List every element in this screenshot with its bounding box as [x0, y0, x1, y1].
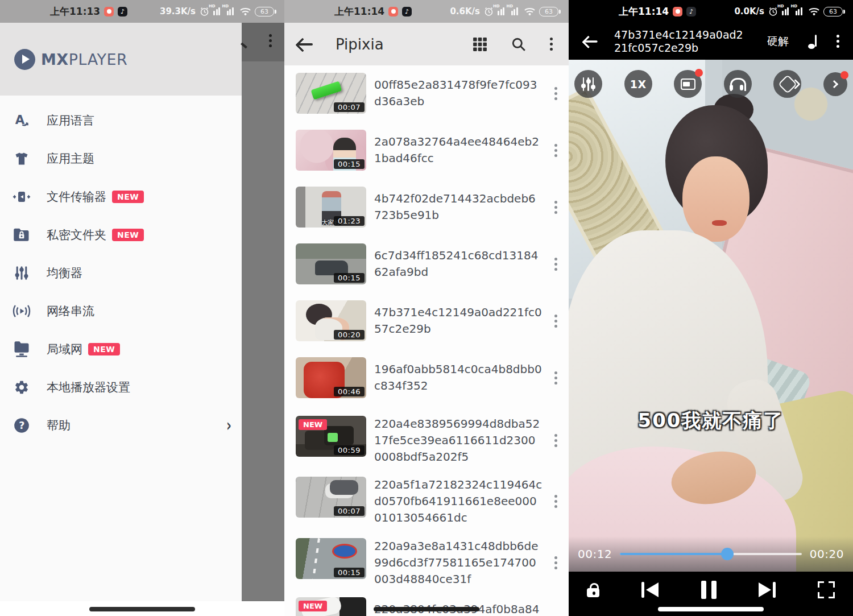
back-button[interactable] — [583, 34, 599, 49]
sim2-signal-icon: HD — [796, 7, 805, 15]
drawer-scrim[interactable] — [242, 23, 284, 602]
rotate-screen-button[interactable] — [773, 70, 801, 98]
clock-text: 上午11:14 — [619, 5, 669, 18]
video-list: 00:07 00ff85e2a831478f9fe7fc093d36a3eb 0… — [284, 65, 569, 616]
private-folder-icon — [10, 228, 33, 242]
item-menu-button[interactable] — [554, 201, 557, 214]
list-item[interactable]: 00:20 47b371e4c12149a0ad221fc057c2e29b — [296, 300, 557, 341]
file-name: 4b742f02de714432acbdeb6723b5e91b — [374, 191, 543, 224]
screen-record-icon — [673, 7, 682, 16]
seek-bar-row: 00:12 00:20 — [569, 536, 853, 572]
sidebar-item-app-language[interactable]: A 应用语言 — [0, 101, 242, 139]
sidebar-item-private-folder[interactable]: 私密文件夹 NEW — [0, 216, 242, 254]
item-menu-button[interactable] — [554, 495, 557, 508]
item-menu-button[interactable] — [554, 258, 557, 271]
file-transfer-icon — [10, 189, 33, 205]
item-menu-button[interactable] — [554, 315, 557, 328]
list-item[interactable]: 00:46 196af0abb5814c0ca4b8dbb0c834f352 — [296, 357, 557, 398]
item-menu-button[interactable] — [554, 434, 557, 447]
file-name: 00ff85e2a831478f9fe7fc093d36a3eb — [374, 77, 543, 110]
video-title: 47b371e4c12149a0ad221fc057c2e29b — [614, 28, 745, 55]
drawer-header: MXPLAYER — [0, 23, 242, 96]
list-item[interactable]: 大家好01:23 4b742f02de714432acbdeb6723b5e91… — [296, 187, 557, 228]
overflow-menu-button[interactable] — [837, 35, 839, 48]
list-item[interactable]: 00:15 220a9a3e8a1431c48dbb6de99d6cd3f775… — [296, 538, 557, 588]
sidebar-item-local-player-settings[interactable]: 本地播放器设置 — [0, 368, 242, 406]
video-thumbnail: NEW — [296, 597, 366, 616]
alarm-icon — [484, 7, 494, 16]
previous-button[interactable] — [641, 582, 659, 598]
list-item[interactable]: 00:15 6c7d34ff185241c68cd1318462afa9bd — [296, 243, 557, 284]
sidebar-item-app-theme[interactable]: 应用主题 — [0, 139, 242, 177]
back-button[interactable] — [297, 36, 314, 53]
sidebar-item-label: 局域网 — [47, 341, 82, 357]
item-menu-button[interactable] — [554, 556, 557, 569]
next-button[interactable] — [759, 582, 776, 598]
duration-badge: 00:15 — [334, 273, 365, 283]
wifi-icon — [240, 7, 251, 16]
file-name: 220a5f1a72182324c119464cd0570fb641911661… — [374, 477, 543, 526]
fullscreen-button[interactable] — [818, 581, 835, 598]
duration-badge: 00:07 — [334, 506, 365, 516]
network-speed-text: 0.0K/s — [734, 6, 764, 16]
hw-decode-button[interactable]: 硬解 — [767, 34, 789, 49]
chevron-right-icon: › — [226, 415, 231, 435]
total-time: 00:20 — [810, 547, 844, 561]
sidebar-item-label: 帮助 — [47, 417, 71, 433]
file-name: 47b371e4c12149a0ad221fc057c2e29b — [374, 304, 543, 337]
audio-track-button[interactable] — [808, 34, 817, 49]
sidebar-item-label: 网络串流 — [47, 303, 94, 319]
video-thumbnail: 00:46 — [296, 357, 366, 398]
more-controls-button[interactable] — [823, 72, 847, 96]
drawer-screen: 上午11:13 ♪ 39.3K/s HD HD 63 MXPLAYER A — [0, 0, 284, 616]
seek-bar[interactable] — [620, 553, 802, 555]
screen-record-icon — [388, 7, 398, 16]
status-bar-middle: 上午11:14 ♪ 0.6K/s HD HD 63 — [284, 0, 569, 23]
duration-badge: 00:15 — [334, 159, 365, 169]
video-frame[interactable]: 1X 500我就不痛了 00:12 00:20 — [569, 60, 853, 572]
pause-button[interactable] — [701, 581, 717, 599]
file-name: 220a9a3e8a1431c48dbb6de99d6cd3f77581165e… — [374, 538, 543, 588]
sidebar-item-file-transfer[interactable]: 文件传输器 NEW — [0, 177, 242, 216]
duration-badge: 01:23 — [334, 216, 365, 226]
sidebar-item-network-stream[interactable]: 网络串流 — [0, 292, 242, 330]
video-thumbnail: 00:15 — [296, 130, 366, 171]
overflow-menu-button[interactable] — [550, 38, 553, 51]
battery-icon: 63 — [255, 7, 274, 16]
video-thumbnail: 00:07 — [296, 477, 366, 518]
sidebar-item-label: 私密文件夹 — [47, 227, 106, 243]
sidebar-item-equalizer[interactable]: 均衡器 — [0, 254, 242, 292]
search-icon — [241, 43, 247, 49]
grid-view-button[interactable] — [473, 37, 487, 52]
list-item[interactable]: 00:07 00ff85e2a831478f9fe7fc093d36a3eb — [296, 73, 557, 114]
alarm-icon — [200, 7, 209, 16]
item-menu-button[interactable] — [554, 371, 557, 385]
playback-speed-button[interactable]: 1X — [624, 70, 652, 98]
duration-badge: 00:07 — [334, 102, 365, 112]
home-indicator[interactable] — [89, 607, 195, 611]
search-button[interactable] — [511, 37, 526, 52]
network-stream-icon — [10, 304, 33, 319]
list-item[interactable]: 00:07 220a5f1a72182324c119464cd0570fb641… — [296, 477, 557, 526]
video-thumbnail: 00:20 — [296, 300, 366, 341]
pip-button[interactable] — [674, 70, 702, 98]
home-indicator[interactable] — [658, 607, 764, 611]
sidebar-item-lan[interactable]: 局域网 NEW — [0, 330, 242, 368]
seek-thumb[interactable] — [721, 548, 734, 560]
sidebar-item-label: 本地播放器设置 — [47, 379, 130, 395]
item-menu-button[interactable] — [554, 144, 557, 157]
item-menu-button[interactable] — [554, 87, 557, 100]
equalizer-icon — [10, 265, 33, 281]
video-scene-face — [682, 156, 750, 242]
sim1-signal-icon: HD — [498, 7, 507, 15]
network-speed-text: 0.6K/s — [450, 6, 480, 16]
gear-icon — [10, 379, 33, 395]
home-indicator[interactable] — [374, 607, 479, 611]
lock-button[interactable] — [587, 588, 599, 597]
file-list-screen: 上午11:14 ♪ 0.6K/s HD HD 63 Pipixia 00:07 … — [284, 0, 569, 616]
equalizer-button[interactable] — [574, 70, 602, 98]
list-item[interactable]: NEW00:59 220a4e8389569994d8dba5217fe5ce3… — [296, 416, 557, 465]
headphones-button[interactable] — [724, 70, 752, 98]
sidebar-item-help[interactable]: ? 帮助 › — [0, 406, 242, 444]
list-item[interactable]: 00:15 2a078a32764a4ee48464eb21bad46fcc — [296, 130, 557, 171]
